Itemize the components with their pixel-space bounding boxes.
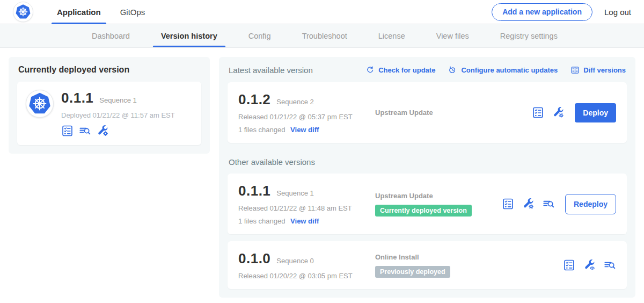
app-icon (26, 90, 54, 118)
currently-deployed-badge: Currently deployed version (375, 205, 472, 217)
previously-deployed-badge: Previously deployed (375, 266, 450, 278)
edit-config-icon[interactable] (522, 198, 535, 210)
deployed-sequence: Sequence 1 (99, 96, 136, 104)
subnav-tab-version-history[interactable]: Version history (145, 24, 233, 47)
version-row-0-1-2: 0.1.2 Sequence 2 Released 01/21/22 @ 05:… (228, 82, 627, 143)
version-source-label: Upstream Update (375, 192, 502, 200)
logout-button[interactable]: Log out (604, 8, 631, 17)
refresh-icon (365, 66, 375, 75)
view-diff-link[interactable]: View diff (290, 217, 319, 225)
version-sequence: Sequence 2 (276, 98, 313, 106)
view-config-icon[interactable] (583, 259, 596, 271)
redeploy-button[interactable]: Redeploy (565, 194, 616, 214)
tab-gitops-label: GitOps (120, 8, 145, 17)
subnav-tab-config[interactable]: Config (233, 24, 287, 47)
version-number: 0.1.2 (238, 91, 270, 108)
tab-gitops[interactable]: GitOps (111, 0, 155, 24)
top-header: Application GitOps Add a new application… (0, 0, 644, 24)
deploy-button[interactable]: Deploy (575, 103, 616, 122)
subnav-tab-troubleshoot[interactable]: Troubleshoot (287, 24, 363, 47)
deployed-card-title: Currently deployed version (18, 65, 201, 75)
app-subnav: Dashboard Version history Config Trouble… (0, 24, 644, 48)
release-notes-icon[interactable] (502, 198, 514, 210)
release-notes-icon[interactable] (61, 125, 74, 137)
edit-config-icon[interactable] (552, 106, 565, 119)
view-logs-icon[interactable] (604, 259, 616, 271)
version-source-label: Upstream Update (375, 109, 532, 117)
released-timestamp: Released 01/21/22 @ 11:48 am EST (238, 204, 375, 212)
version-row-0-1-1: 0.1.1 Sequence 1 Released 01/21/22 @ 11:… (228, 174, 627, 234)
edit-config-icon[interactable] (97, 125, 109, 137)
version-source-label: Online Install (375, 253, 563, 261)
latest-version-title: Latest available version (229, 66, 313, 75)
deployed-version-card: 0.1.1 Sequence 1 Deployed 01/21/22 @ 11:… (17, 82, 201, 145)
files-changed-label: 1 files changed (238, 217, 285, 225)
app-logo (13, 2, 33, 22)
currently-deployed-card: Currently deployed version 0.1.1 Sequenc… (9, 57, 210, 154)
kubernetes-logo-icon (15, 4, 31, 20)
subnav-tab-view-files[interactable]: View files (421, 24, 485, 47)
released-timestamp: Released 01/21/22 @ 05:37 pm EST (238, 113, 375, 121)
released-timestamp: Released 01/20/22 @ 03:05 pm EST (238, 272, 375, 280)
release-notes-icon[interactable] (532, 106, 544, 119)
add-application-button[interactable]: Add a new application (492, 3, 592, 21)
view-logs-icon[interactable] (79, 125, 91, 137)
other-versions-title: Other available versions (229, 157, 626, 167)
deployed-timestamp: Deployed 01/21/22 @ 11:57 am EST (61, 111, 175, 119)
tab-application[interactable]: Application (47, 0, 111, 24)
version-number: 0.1.1 (238, 183, 270, 199)
subnav-tab-dashboard[interactable]: Dashboard (76, 24, 145, 47)
view-logs-icon[interactable] (543, 198, 555, 210)
kubernetes-logo-icon (28, 92, 52, 116)
files-changed-label: 1 files changed (238, 126, 285, 134)
configure-automatic-updates-link[interactable]: Configure automatic updates (448, 66, 558, 75)
check-for-update-link[interactable]: Check for update (365, 66, 435, 75)
release-notes-icon[interactable] (563, 259, 575, 271)
version-sequence: Sequence 0 (276, 257, 313, 265)
version-history-panel: Latest available version Check for updat… (219, 57, 635, 298)
deployed-version-number: 0.1.1 (61, 90, 93, 106)
diff-versions-link[interactable]: Diff versions (570, 66, 626, 75)
diff-icon (570, 66, 580, 75)
subnav-tab-registry-settings[interactable]: Registry settings (485, 24, 573, 47)
version-row-0-1-0: 0.1.0 Sequence 0 Released 01/20/22 @ 03:… (228, 241, 627, 289)
version-number: 0.1.0 (238, 250, 270, 267)
tab-application-label: Application (57, 8, 101, 17)
schedule-icon (448, 66, 457, 75)
version-sequence: Sequence 1 (276, 189, 313, 197)
view-diff-link[interactable]: View diff (290, 126, 319, 134)
subnav-tab-license[interactable]: License (363, 24, 421, 47)
